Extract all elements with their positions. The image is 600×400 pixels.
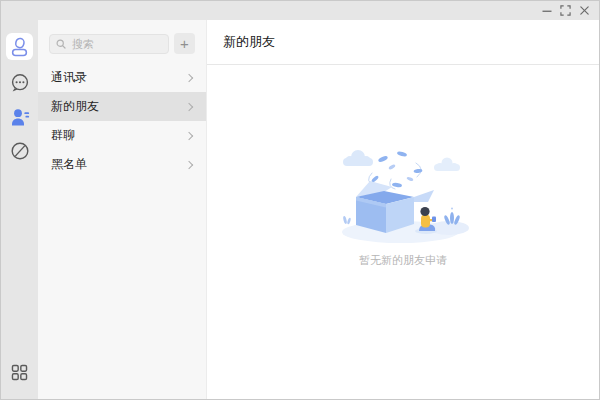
nav-item-label: 黑名单 bbox=[51, 156, 87, 173]
search-icon bbox=[56, 39, 66, 49]
chat-bubble-icon bbox=[9, 72, 31, 94]
window-controls bbox=[537, 1, 594, 20]
chevron-right-icon bbox=[185, 102, 193, 110]
sidebar-item-apps[interactable] bbox=[7, 359, 33, 385]
sidebar-item-chats[interactable] bbox=[7, 70, 33, 96]
search-input[interactable] bbox=[70, 37, 163, 51]
chevron-right-icon bbox=[185, 73, 193, 81]
nav-item-label: 通讯录 bbox=[51, 69, 87, 86]
nav-item-blacklist[interactable]: 黑名单 bbox=[38, 150, 206, 179]
profile-avatar-icon bbox=[9, 36, 30, 57]
maximize-button[interactable] bbox=[556, 1, 575, 20]
page-title: 新的朋友 bbox=[223, 33, 275, 51]
contacts-panel: + 通讯录 新的朋友 群聊 黑名单 bbox=[38, 20, 206, 399]
app-window: + 通讯录 新的朋友 群聊 黑名单 新的朋友 bbox=[0, 0, 600, 400]
nav-item-new-friends[interactable]: 新的朋友 bbox=[38, 92, 206, 121]
add-friend-button[interactable]: + bbox=[174, 33, 195, 54]
empty-open-box-illustration bbox=[328, 145, 478, 245]
sidebar-item-contacts[interactable] bbox=[7, 104, 33, 130]
search-box[interactable] bbox=[49, 34, 169, 54]
contacts-person-icon bbox=[9, 106, 31, 128]
nav-rail bbox=[1, 20, 38, 399]
search-row: + bbox=[38, 20, 206, 54]
nav-item-group-chats[interactable]: 群聊 bbox=[38, 121, 206, 150]
contacts-nav-list: 通讯录 新的朋友 群聊 黑名单 bbox=[38, 63, 206, 179]
fullscreen-icon bbox=[560, 5, 571, 16]
close-button[interactable] bbox=[575, 1, 594, 20]
nav-item-label: 群聊 bbox=[51, 127, 75, 144]
main-header: 新的朋友 bbox=[207, 20, 599, 65]
chevron-right-icon bbox=[185, 160, 193, 168]
titlebar[interactable] bbox=[1, 1, 599, 20]
nav-item-label: 新的朋友 bbox=[51, 98, 99, 115]
empty-state: 暂无新的朋友申请 bbox=[207, 65, 599, 268]
discover-compass-icon bbox=[9, 140, 31, 162]
empty-state-caption: 暂无新的朋友申请 bbox=[359, 253, 447, 268]
apps-grid-icon bbox=[10, 363, 29, 382]
sidebar-item-profile[interactable] bbox=[6, 33, 33, 60]
main-content: 新的朋友 bbox=[206, 20, 599, 399]
chevron-right-icon bbox=[185, 131, 193, 139]
close-icon bbox=[579, 5, 590, 16]
minimize-icon bbox=[542, 6, 552, 16]
nav-item-contacts-book[interactable]: 通讯录 bbox=[38, 63, 206, 92]
minimize-button[interactable] bbox=[537, 1, 556, 20]
sidebar-item-discover[interactable] bbox=[7, 138, 33, 164]
